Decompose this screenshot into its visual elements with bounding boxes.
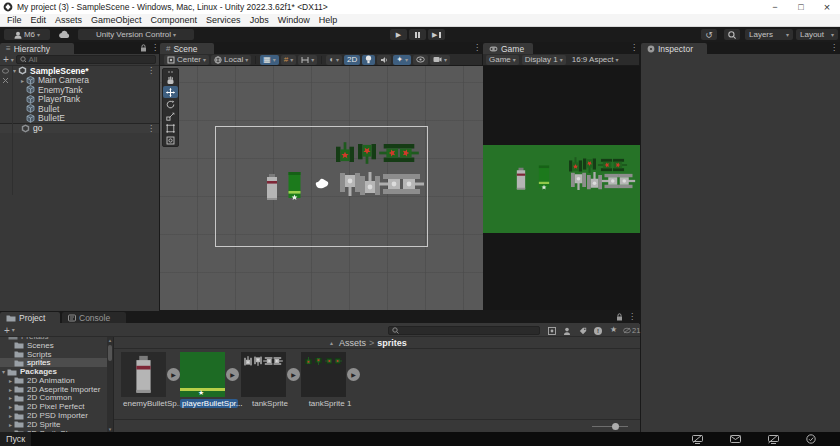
tab-project[interactable]: Project bbox=[0, 312, 60, 323]
tray-status-icon[interactable] bbox=[806, 434, 816, 444]
menu-dots-icon[interactable]: ⋮ bbox=[151, 43, 159, 52]
sprite-expand-button[interactable]: ▶ bbox=[347, 368, 360, 381]
project-search[interactable] bbox=[388, 326, 540, 335]
menu-assets[interactable]: Assets bbox=[55, 15, 82, 25]
hierarchy-item-enemytank[interactable]: EnemyTank bbox=[0, 85, 159, 95]
folder-item-2d-pixel-perfect[interactable]: ▸ 2D Pixel Perfect bbox=[0, 402, 107, 411]
account-dropdown[interactable]: M6 ▾ bbox=[4, 29, 50, 40]
sprite-expand-button[interactable]: ▶ bbox=[226, 368, 239, 381]
info-icon[interactable]: ! bbox=[594, 327, 602, 335]
slider-knob[interactable] bbox=[612, 423, 619, 430]
camera-settings-dropdown[interactable]: ▾ bbox=[430, 55, 450, 65]
hierarchy-item-playertank[interactable]: PlayerTank bbox=[0, 95, 159, 105]
enemy-bullet-sprite[interactable] bbox=[266, 174, 278, 201]
hierarchy-item-bullete[interactable]: BulletE bbox=[0, 114, 159, 124]
start-button[interactable]: Пуск bbox=[0, 432, 31, 446]
menu-help[interactable]: Help bbox=[319, 15, 338, 25]
green-tank-sprite[interactable] bbox=[397, 144, 419, 162]
tray-display-slash-icon[interactable] bbox=[768, 435, 779, 444]
menu-services[interactable]: Services bbox=[206, 15, 241, 25]
step-button[interactable]: ▶ bbox=[428, 29, 445, 40]
folder-item-2d-psd-importer[interactable]: ▸ 2D PSD Importer bbox=[0, 411, 107, 420]
snap-increment-button[interactable]: ▾ bbox=[298, 55, 317, 65]
gray-tank-sprite[interactable] bbox=[340, 172, 360, 196]
folder-item-scenes[interactable]: Scenes bbox=[0, 341, 107, 350]
caret-down-icon[interactable]: ▾ bbox=[12, 327, 15, 333]
tag-icon[interactable] bbox=[579, 327, 587, 335]
hierarchy-search[interactable] bbox=[16, 55, 156, 64]
search-by-label-icon[interactable] bbox=[563, 327, 571, 335]
tab-inspector[interactable]: Inspector bbox=[641, 43, 707, 54]
menu-dots-icon[interactable]: ⋮ bbox=[628, 312, 636, 321]
scene2-header-row[interactable]: go ⋮ bbox=[0, 123, 159, 133]
tab-hierarchy[interactable]: ≡ Hierarchy bbox=[0, 43, 74, 54]
folder-item-packages[interactable]: ▾ Packages bbox=[0, 367, 107, 376]
menu-dots-icon[interactable]: ⋮ bbox=[630, 43, 638, 52]
minimize-button[interactable]: − bbox=[762, 0, 788, 14]
version-control-button[interactable]: Unity Version Control ▾ bbox=[78, 29, 194, 40]
lock-icon[interactable] bbox=[616, 313, 623, 321]
cloud-icon[interactable] bbox=[58, 30, 71, 39]
hidden-objects-button[interactable] bbox=[413, 55, 428, 65]
create-asset-button[interactable]: + bbox=[4, 325, 10, 336]
thumbnail-size-slider[interactable] bbox=[592, 420, 628, 433]
green-tank-sprite[interactable] bbox=[358, 142, 376, 164]
scene-visibility-icon[interactable] bbox=[2, 68, 9, 74]
move-tool-button[interactable] bbox=[163, 86, 178, 98]
display-dropdown[interactable]: Display 1▾ bbox=[522, 55, 566, 65]
gray-tank-sprite[interactable] bbox=[360, 172, 380, 196]
search-button[interactable] bbox=[724, 29, 740, 40]
draw-mode-dropdown[interactable]: ◐▾ bbox=[326, 55, 342, 65]
menu-dots-icon[interactable]: ⋮ bbox=[147, 124, 155, 133]
menu-file[interactable]: File bbox=[7, 15, 22, 25]
tab-scene[interactable]: # Scene bbox=[160, 43, 214, 54]
menu-edit[interactable]: Edit bbox=[31, 15, 47, 25]
scene-picking-icon[interactable] bbox=[2, 77, 9, 84]
tray-mail-icon[interactable] bbox=[730, 435, 741, 443]
foldout-caret-icon[interactable]: ▸ bbox=[19, 77, 26, 84]
gray-tank-sprite[interactable] bbox=[400, 174, 424, 194]
folder-item-sprites[interactable]: sprites bbox=[0, 358, 107, 367]
menu-dots-icon[interactable]: ⋮ bbox=[147, 66, 155, 75]
layers-dropdown[interactable]: Layers ▾ bbox=[745, 29, 793, 40]
tab-console[interactable]: Console bbox=[62, 312, 126, 323]
hierarchy-item-main-camera[interactable]: ▸ Main Camera bbox=[0, 76, 159, 86]
audio-toggle-button[interactable] bbox=[377, 55, 391, 65]
tab-game[interactable]: Game bbox=[483, 43, 533, 54]
asset-tile-tanksprite1[interactable]: ▶ tankSprite 1 bbox=[301, 352, 359, 408]
menu-dots-icon[interactable]: ⋮ bbox=[830, 43, 838, 52]
transform-tool-button[interactable] bbox=[163, 134, 178, 146]
layout-dropdown[interactable]: Layout ▾ bbox=[796, 29, 838, 40]
undo-history-button[interactable]: ↺ bbox=[701, 29, 717, 40]
favorites-star-icon[interactable]: ★ bbox=[610, 325, 617, 334]
folder-item-2d-aseprite[interactable]: ▸ 2D Aseprite Importer bbox=[0, 385, 107, 394]
folder-item-scripts[interactable]: Scripts bbox=[0, 350, 107, 359]
green-tank-sprite[interactable] bbox=[336, 142, 354, 164]
breadcrumb-root[interactable]: Assets bbox=[339, 338, 366, 348]
hierarchy-item-bullet[interactable]: Bullet bbox=[0, 104, 159, 114]
menu-jobs[interactable]: Jobs bbox=[250, 15, 269, 25]
play-button[interactable]: ▶ bbox=[390, 29, 407, 40]
game-mode-dropdown[interactable]: Game▾ bbox=[486, 55, 519, 65]
scene-header-row[interactable]: ▾ SampleScene* ⋮ bbox=[0, 66, 159, 76]
2d-toggle-button[interactable]: 2D bbox=[344, 55, 360, 65]
asset-tile-tanksprite[interactable]: ▶ tankSprite bbox=[241, 352, 299, 408]
menu-dots-icon[interactable]: ⋮ bbox=[473, 43, 481, 52]
lighting-toggle-button[interactable] bbox=[362, 55, 375, 65]
breadcrumb-current[interactable]: sprites bbox=[377, 338, 407, 348]
pause-button[interactable] bbox=[409, 29, 426, 40]
hierarchy-search-input[interactable] bbox=[28, 55, 152, 64]
player-bullet-sprite[interactable] bbox=[287, 172, 302, 200]
effects-toggle-dropdown[interactable]: ✦▾ bbox=[393, 55, 411, 65]
close-button[interactable]: × bbox=[814, 0, 840, 14]
search-by-type-icon[interactable] bbox=[548, 327, 556, 335]
hand-tool-button[interactable] bbox=[163, 74, 178, 86]
sprite-expand-button[interactable]: ▶ bbox=[287, 368, 300, 381]
tray-display-icon[interactable] bbox=[692, 435, 703, 444]
foldout-caret-icon[interactable]: ▾ bbox=[0, 368, 7, 375]
tool-handle-rotation-dropdown[interactable]: Local▾ bbox=[211, 55, 251, 65]
tool-handle-position-dropdown[interactable]: Center▾ bbox=[164, 55, 209, 65]
grid-snap-button[interactable]: #▾ bbox=[281, 55, 296, 65]
menu-gameobject[interactable]: GameObject bbox=[91, 15, 142, 25]
folder-item-2d-animation[interactable]: ▸ 2D Animation bbox=[0, 376, 107, 385]
